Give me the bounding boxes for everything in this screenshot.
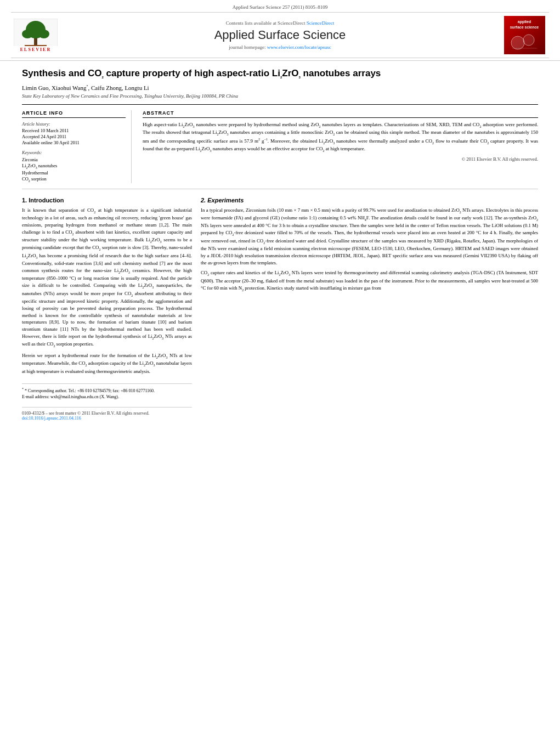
article-dates: Received 10 March 2011 Accepted 24 April…: [22, 128, 126, 145]
section2-heading: 2. Experiments: [201, 197, 538, 203]
keyword-1: Zirconia: [22, 157, 126, 162]
article-affiliation: State Key Laboratory of New Ceramics and…: [22, 93, 538, 99]
copyright-line: © 2011 Elsevier B.V. All rights reserved…: [143, 156, 538, 162]
elsevier-tree-svg: [14, 19, 58, 46]
footnote-email: E-mail address: wxh@mail.tsinghua.edu.cn…: [22, 394, 192, 399]
section2-paragraph2: CO2 capture rates and kinetics of the Li…: [201, 269, 538, 292]
elsevier-logo: ELSEVIER: [11, 19, 60, 52]
section1-paragraph2: Herein we report a hydrothermal route fo…: [22, 352, 192, 375]
right-column: 2. Experiments In a typical procedure, Z…: [201, 197, 538, 421]
accepted-date: Accepted 24 April 2011: [22, 134, 126, 139]
elsevier-brand-text: ELSEVIER: [20, 47, 51, 52]
svg-point-4: [38, 30, 49, 38]
elsevier-logo-image: [14, 19, 58, 46]
keyword-4: CO2 sorption: [22, 176, 126, 183]
sciencedirect-link: Contents lists available at ScienceDirec…: [71, 20, 489, 26]
keyword-3: Hydrothermal: [22, 170, 126, 176]
keywords-label: Keywords:: [22, 150, 126, 155]
article-info-heading: ARTICLE INFO: [22, 110, 126, 118]
footer-bar: 0169-4332/$ – see front matter © 2011 El…: [22, 407, 192, 421]
from-text: from: [372, 285, 381, 291]
abstract-heading: ABSTRACT: [143, 110, 538, 118]
svg-rect-5: [25, 45, 47, 46]
logo-line1: applied: [510, 19, 539, 24]
header-main: ELSEVIER Contents lists available at Sci…: [11, 12, 549, 58]
homepage-url[interactable]: www.elsevier.com/locate/apsusc: [267, 44, 331, 50]
issn-line: 0169-4332/$ – see front matter © 2011 El…: [22, 411, 192, 416]
article-content: Synthesis and CO2 capture property of hi…: [0, 61, 560, 432]
section2-number: 2.: [201, 197, 207, 203]
abstract-text: High aspect-ratio Li2ZrO3 nanotubes were…: [143, 121, 538, 153]
journal-header: Applied Surface Science 257 (2011) 8105–…: [0, 0, 560, 61]
article-info-panel: ARTICLE INFO Article history: Received 1…: [22, 110, 132, 183]
article-title: Synthesis and CO2 capture property of hi…: [22, 67, 538, 80]
left-column: 1. Introduction It is known that separat…: [22, 197, 192, 421]
svg-point-7: [511, 36, 524, 49]
svg-point-8: [523, 35, 534, 46]
footnote-corresponding: * * Corresponding author. Tel.: +86 010 …: [22, 387, 192, 393]
journal-header-top: Applied Surface Science 257 (2011) 8105–…: [11, 4, 549, 10]
doi-line: doi:10.1016/j.apsusc.2011.04.116: [22, 416, 192, 421]
homepage-label: journal homepage:: [229, 44, 265, 50]
sciencedirect-anchor[interactable]: ScienceDirect: [307, 20, 334, 26]
keywords-list: Zirconia Li2ZrO3 nanotubes Hydrothermal …: [22, 157, 126, 182]
footnotes: * * Corresponding author. Tel.: +86 010 …: [22, 383, 192, 399]
journal-logo-right: applied surface science: [500, 16, 549, 54]
body-columns: 1. Introduction It is known that separat…: [22, 197, 538, 421]
section2-paragraph1: In a typical procedure, Zirconium foils …: [201, 207, 538, 267]
article-authors: Limin Guo, Xiaohui Wang*, Caifu Zhong, L…: [22, 84, 538, 91]
section1-number: 1.: [22, 197, 29, 203]
svg-rect-1: [34, 38, 37, 46]
contents-available-text: Contents lists available at ScienceDirec…: [226, 20, 306, 26]
section1-paragraph1: It is known that separation of CO2 at hi…: [22, 207, 192, 349]
svg-point-3: [22, 30, 33, 38]
journal-center: Contents lists available at ScienceDirec…: [60, 20, 500, 50]
journal-title: Applied Surface Science: [71, 28, 489, 42]
section1-heading: 1. Introduction: [22, 197, 192, 203]
journal-cover-graphic: [510, 32, 540, 51]
article-info-abstract: ARTICLE INFO Article history: Received 1…: [22, 104, 538, 189]
abstract-section: ABSTRACT High aspect-ratio Li2ZrO3 nanot…: [143, 110, 538, 183]
available-date: Available online 30 April 2011: [22, 140, 126, 145]
logo-line2: surface science: [510, 25, 539, 30]
received-date: Received 10 March 2011: [22, 128, 126, 133]
journal-reference: Applied Surface Science 257 (2011) 8105–…: [233, 4, 327, 10]
journal-cover-image: applied surface science: [504, 16, 545, 54]
journal-homepage: journal homepage: www.elsevier.com/locat…: [71, 44, 489, 50]
doi-link[interactable]: doi:10.1016/j.apsusc.2011.04.116: [22, 416, 81, 421]
history-label: Article history:: [22, 121, 126, 127]
page-wrapper: Applied Surface Science 257 (2011) 8105–…: [0, 0, 560, 741]
keyword-2: Li2ZrO3 nanotubes: [22, 163, 126, 169]
